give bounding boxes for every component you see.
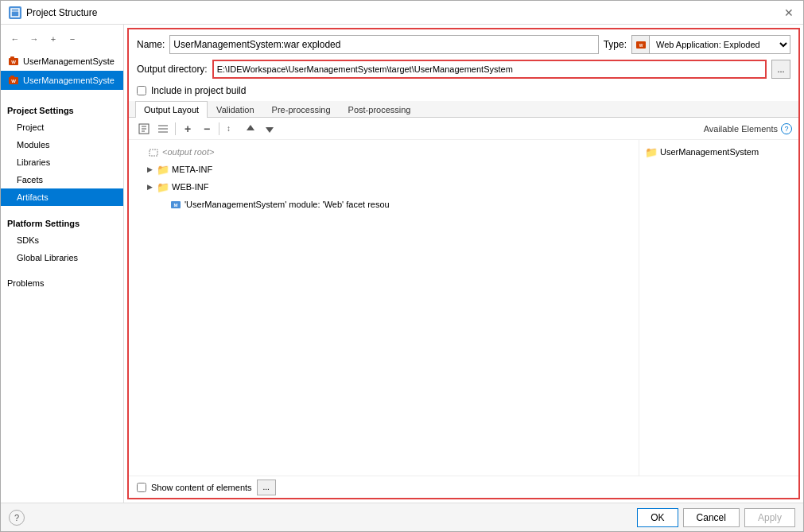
artifact-label-1: UserManagementSyste [23, 56, 115, 66]
title-bar-left: Project Structure [9, 6, 97, 19]
avail-item-1[interactable]: 📁 UserManagementSystem [639, 143, 798, 161]
tree-text-web-inf: WEB-INF [172, 182, 208, 192]
apply-button[interactable]: Apply [744, 508, 795, 527]
nav-toolbar: ← → + − [1, 28, 123, 50]
artifact-label-2: UserManagementSyste [23, 76, 115, 85]
output-root-icon [148, 146, 159, 157]
artifact-item-2[interactable]: W UserManagementSyste [1, 71, 123, 90]
close-button[interactable]: ✕ [783, 6, 795, 19]
main-content: ← → + − W UserManagementSyste [1, 25, 803, 503]
sidebar-item-libraries[interactable]: Libraries [1, 153, 123, 171]
toolbar-separator-2 [219, 122, 219, 135]
web-inf-folder-icon: 📁 [157, 181, 169, 192]
title-bar: Project Structure ✕ [1, 1, 803, 25]
cancel-button[interactable]: Cancel [683, 508, 740, 527]
sidebar-item-sdks[interactable]: SDKs [1, 231, 123, 249]
tree-item-web-inf[interactable]: ▶ 📁 WEB-INF [129, 178, 639, 196]
tab-post-processing[interactable]: Post-processing [340, 101, 420, 118]
type-label: Type: [604, 39, 627, 50]
artifact-item-1[interactable]: W UserManagementSyste [1, 52, 123, 71]
sidebar-item-artifacts[interactable]: Artifacts [1, 188, 123, 206]
tree-item-module[interactable]: M 'UserManagementSystem' module: 'Web' f… [129, 196, 639, 213]
sidebar: ← → + − W UserManagementSyste [1, 25, 124, 503]
svg-marker-19 [266, 127, 274, 133]
tree-item-meta-inf[interactable]: ▶ 📁 META-INF [129, 161, 639, 178]
bottom-row: Show content of elements ... [129, 476, 798, 498]
include-checkbox[interactable] [137, 86, 146, 95]
tree-arrow-web-inf[interactable]: ▶ [145, 182, 154, 192]
artifact-list-btn[interactable] [154, 120, 172, 138]
footer-help-button[interactable]: ? [9, 510, 25, 526]
move-up-btn[interactable] [242, 120, 259, 138]
artifact-toolbar: + − ↕ [129, 118, 798, 140]
svg-marker-18 [247, 125, 254, 130]
tree-text-meta-inf: META-INF [172, 165, 212, 174]
remove-element-btn[interactable]: − [198, 120, 216, 138]
add-element-btn[interactable]: + [179, 120, 196, 138]
svg-text:M: M [174, 203, 178, 208]
ok-button[interactable]: OK [637, 508, 678, 527]
tab-output-layout[interactable]: Output Layout [135, 101, 208, 118]
tree-item-output-root[interactable]: <output root> [129, 143, 639, 161]
sort-btn[interactable]: ↕ [223, 120, 240, 138]
project-settings-header: Project Settings [1, 99, 123, 118]
nav-forward-button[interactable]: → [26, 31, 42, 47]
artifact-icon-2: W [7, 74, 20, 87]
module-icon: M [170, 199, 181, 210]
nav-back-button[interactable]: ← [7, 31, 23, 47]
sidebar-item-problems[interactable]: Problems [1, 274, 123, 292]
output-row: Output directory: ... [129, 60, 798, 83]
type-select[interactable]: Web Application: Exploded [650, 36, 790, 53]
dialog-footer: ? OK Cancel Apply [1, 503, 803, 531]
add-artifact-button[interactable]: + [45, 31, 61, 47]
available-elements-help-icon[interactable]: ? [781, 123, 792, 134]
name-input[interactable] [169, 35, 598, 54]
show-content-ellipsis-button[interactable]: ... [257, 480, 276, 495]
artifact-icon-1: W [7, 55, 20, 68]
output-dir-input[interactable] [212, 60, 767, 79]
output-dir-label: Output directory: [137, 64, 208, 75]
sidebar-item-modules[interactable]: Modules [1, 136, 123, 153]
tab-pre-processing[interactable]: Pre-processing [263, 101, 340, 118]
name-label: Name: [137, 39, 165, 50]
output-dir-browse-button[interactable]: ... [771, 60, 790, 79]
dialog-title: Project Structure [26, 7, 97, 18]
sidebar-item-project[interactable]: Project [1, 118, 123, 136]
sidebar-item-global-libraries[interactable]: Global Libraries [1, 249, 123, 266]
move-down-btn[interactable] [261, 120, 278, 138]
toolbar-separator-1 [175, 122, 176, 135]
avail-text-1: UserManagementSystem [660, 147, 759, 157]
svg-text:W: W [639, 43, 643, 48]
remove-artifact-button[interactable]: − [64, 31, 80, 47]
tree-text-output-root: <output root> [162, 147, 214, 157]
split-content: <output root> ▶ 📁 META-INF ▶ [129, 140, 798, 476]
dialog-icon [9, 6, 21, 19]
avail-folder-icon: 📁 [646, 146, 657, 157]
include-checkbox-row: Include in project build [129, 83, 798, 101]
tabs-row: Output Layout Validation Pre-processing … [129, 101, 798, 118]
available-elements-label: Available Elements ? [704, 123, 792, 134]
type-select-wrapper: W Web Application: Exploded [631, 35, 790, 54]
tab-validation[interactable]: Validation [208, 101, 263, 118]
project-structure-dialog: Project Structure ✕ ← → + − W [0, 0, 804, 532]
svg-rect-3 [10, 56, 14, 59]
show-content-checkbox[interactable] [137, 483, 146, 492]
svg-rect-0 [11, 9, 19, 17]
platform-settings-header: Platform Settings [1, 212, 123, 231]
tree-arrow-module [157, 200, 167, 209]
sidebar-item-facets[interactable]: Facets [1, 171, 123, 188]
artifact-properties-btn[interactable] [135, 120, 153, 138]
svg-text:↕: ↕ [227, 124, 231, 133]
artifact-list: W UserManagementSyste W UserManagementSy… [1, 50, 123, 91]
svg-rect-6 [10, 76, 14, 78]
type-icon: W [632, 36, 650, 53]
show-content-label: Show content of elements [151, 483, 252, 492]
tree-arrow-meta-inf[interactable]: ▶ [145, 165, 154, 174]
meta-inf-folder-icon: 📁 [157, 164, 169, 175]
right-panel: Name: Type: W Web Application: Exploded [127, 28, 800, 499]
tree-text-module: 'UserManagementSystem' module: 'Web' fac… [184, 200, 390, 209]
name-row: Name: Type: W Web Application: Exploded [129, 29, 798, 60]
available-panel: 📁 UserManagementSystem [639, 140, 798, 476]
include-label: Include in project build [151, 85, 246, 96]
svg-text:W: W [11, 60, 16, 64]
